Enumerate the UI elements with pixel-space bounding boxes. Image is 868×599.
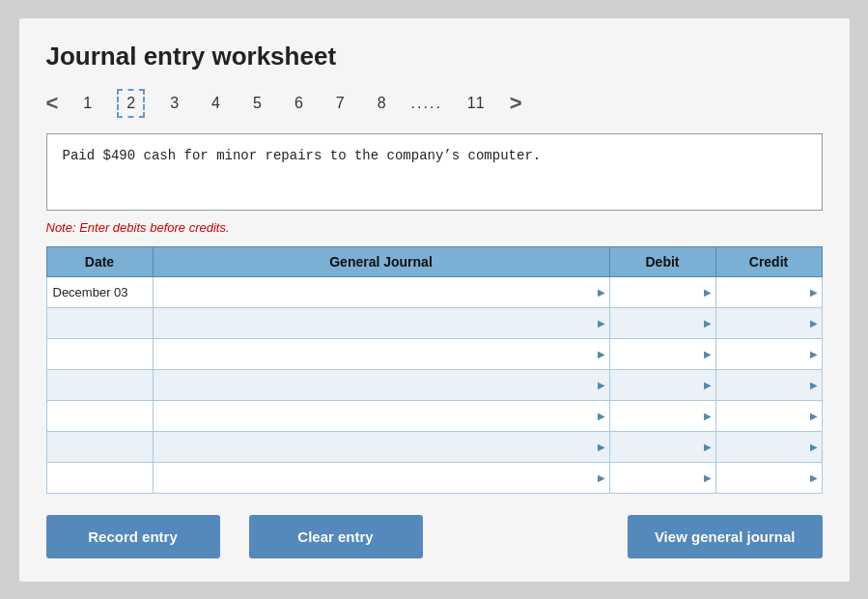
input-debit-0[interactable] (614, 277, 715, 307)
input-date-5[interactable] (47, 432, 153, 462)
cell-debit-3[interactable] (609, 369, 715, 400)
input-gj-5[interactable] (157, 432, 609, 462)
page-5[interactable]: 5 (245, 91, 269, 116)
page-11[interactable]: 11 (460, 91, 492, 116)
input-credit-2[interactable] (720, 339, 822, 369)
table-row (46, 462, 822, 493)
page-2-active[interactable]: 2 (117, 89, 145, 118)
worksheet-container: Journal entry worksheet < 1 2 3 4 5 6 7 … (19, 18, 850, 582)
cell-gj-3[interactable] (153, 369, 609, 400)
cell-gj-2[interactable] (153, 338, 609, 369)
cell-gj-0[interactable] (153, 276, 609, 307)
input-credit-5[interactable] (720, 432, 822, 462)
table-row (46, 431, 822, 462)
cell-date-3[interactable] (46, 369, 153, 400)
cell-credit-5[interactable] (715, 431, 822, 462)
table-row (46, 307, 822, 338)
page-7[interactable]: 7 (328, 91, 352, 116)
page-8[interactable]: 8 (370, 91, 394, 116)
cell-gj-4[interactable] (153, 400, 609, 431)
note-text: Note: Enter debits before credits. (46, 220, 823, 235)
page-6[interactable]: 6 (287, 91, 311, 116)
input-gj-6[interactable] (157, 463, 609, 493)
buttons-row: Record entry Clear entry View general jo… (46, 515, 823, 558)
input-credit-1[interactable] (720, 308, 822, 338)
header-date: Date (46, 246, 153, 276)
cell-debit-0[interactable] (609, 276, 715, 307)
cell-credit-2[interactable] (715, 338, 822, 369)
input-debit-5[interactable] (614, 432, 715, 462)
input-debit-3[interactable] (614, 370, 715, 400)
input-credit-0[interactable] (720, 277, 822, 307)
cell-debit-6[interactable] (609, 462, 715, 493)
cell-gj-1[interactable] (153, 307, 609, 338)
cell-date-6[interactable] (46, 462, 153, 493)
input-date-1[interactable] (47, 308, 153, 338)
pagination: < 1 2 3 4 5 6 7 8 ..... 11 > (46, 89, 823, 118)
cell-gj-6[interactable] (153, 462, 609, 493)
input-gj-2[interactable] (157, 339, 609, 369)
cell-credit-4[interactable] (715, 400, 822, 431)
table-row (46, 400, 822, 431)
input-date-0[interactable] (47, 277, 153, 307)
input-debit-4[interactable] (614, 401, 715, 431)
table-row (46, 338, 822, 369)
record-entry-button[interactable]: Record entry (46, 515, 220, 558)
cell-credit-1[interactable] (715, 307, 822, 338)
cell-date-1[interactable] (46, 307, 153, 338)
cell-date-0[interactable] (46, 276, 153, 307)
input-gj-0[interactable] (157, 277, 609, 307)
input-credit-3[interactable] (720, 370, 822, 400)
cell-credit-3[interactable] (715, 369, 822, 400)
cell-debit-4[interactable] (609, 400, 715, 431)
page-1[interactable]: 1 (75, 91, 99, 116)
input-date-3[interactable] (47, 370, 153, 400)
cell-credit-6[interactable] (715, 462, 822, 493)
table-row (46, 369, 822, 400)
input-credit-6[interactable] (720, 463, 822, 493)
cell-debit-5[interactable] (609, 431, 715, 462)
description-box: Paid $490 cash for minor repairs to the … (46, 133, 823, 211)
prev-arrow[interactable]: < (46, 91, 59, 116)
cell-debit-1[interactable] (609, 307, 715, 338)
journal-table: Date General Journal Debit Credit (46, 246, 823, 494)
header-general-journal: General Journal (153, 246, 609, 276)
input-gj-3[interactable] (157, 370, 609, 400)
clear-entry-button[interactable]: Clear entry (249, 515, 423, 558)
input-debit-1[interactable] (614, 308, 715, 338)
page-title: Journal entry worksheet (46, 42, 823, 71)
input-date-2[interactable] (47, 339, 153, 369)
input-date-4[interactable] (47, 401, 153, 431)
view-general-journal-button[interactable]: View general journal (628, 515, 823, 558)
input-date-6[interactable] (47, 463, 153, 493)
pagination-dots: ..... (411, 95, 442, 112)
page-3[interactable]: 3 (162, 91, 186, 116)
input-debit-2[interactable] (614, 339, 715, 369)
cell-debit-2[interactable] (609, 338, 715, 369)
next-arrow[interactable]: > (510, 91, 522, 116)
cell-date-2[interactable] (46, 338, 153, 369)
input-gj-1[interactable] (157, 308, 609, 338)
cell-credit-0[interactable] (715, 276, 822, 307)
header-debit: Debit (609, 246, 715, 276)
input-credit-4[interactable] (720, 401, 822, 431)
header-credit: Credit (715, 246, 822, 276)
input-gj-4[interactable] (157, 401, 609, 431)
cell-date-5[interactable] (46, 431, 153, 462)
page-4[interactable]: 4 (204, 91, 228, 116)
table-row (46, 276, 822, 307)
cell-gj-5[interactable] (153, 431, 609, 462)
input-debit-6[interactable] (614, 463, 715, 493)
cell-date-4[interactable] (46, 400, 153, 431)
